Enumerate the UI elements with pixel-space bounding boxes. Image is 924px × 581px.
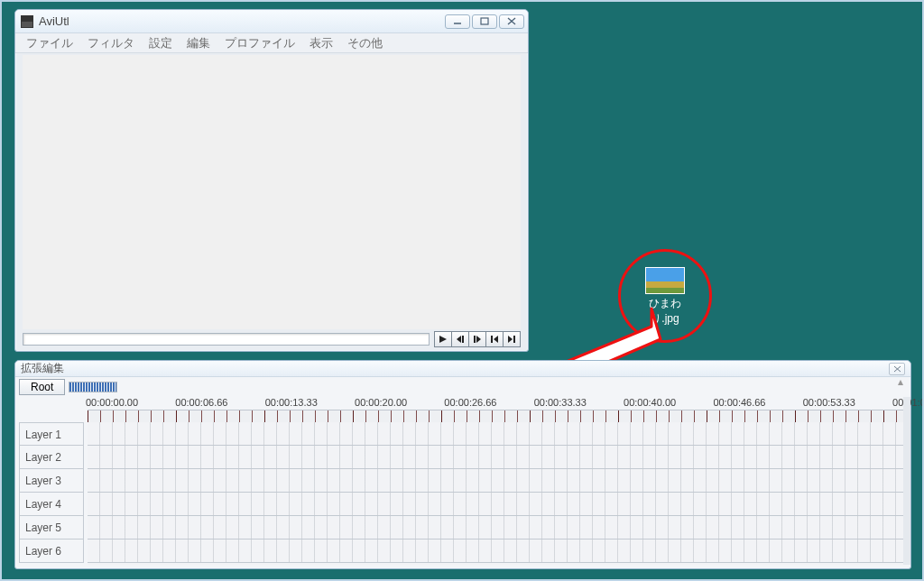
menu-file[interactable]: ファイル <box>19 33 80 53</box>
menu-filter[interactable]: フィルタ <box>80 33 142 53</box>
seek-slider[interactable] <box>23 333 430 346</box>
time-mark: 00:00:20.00 <box>355 397 407 408</box>
step-back-button[interactable] <box>451 331 469 347</box>
preview-canvas <box>23 55 521 329</box>
svg-rect-6 <box>462 336 464 343</box>
go-start-button[interactable] <box>485 331 504 347</box>
layer-label[interactable]: Layer 4 <box>19 493 84 516</box>
timeline-titlebar[interactable]: 拡張編集 <box>15 361 910 377</box>
svg-marker-8 <box>476 336 481 343</box>
zoom-slider[interactable] <box>69 382 117 392</box>
menu-view[interactable]: 表示 <box>302 33 340 53</box>
app-title: AviUtl <box>39 14 445 28</box>
track-row[interactable] <box>88 422 903 446</box>
svg-marker-4 <box>439 336 447 343</box>
svg-marker-10 <box>494 336 498 343</box>
layer-label[interactable]: Layer 3 <box>19 469 84 493</box>
file-thumbnail <box>645 267 685 294</box>
file-name: ひまわり.jpg <box>638 296 692 327</box>
track-row[interactable] <box>88 540 903 563</box>
timeline-vertical-scrollbar[interactable] <box>903 397 910 565</box>
play-button[interactable] <box>434 331 452 347</box>
minimize-button[interactable] <box>445 14 470 29</box>
svg-rect-9 <box>491 336 493 343</box>
layer-label[interactable]: Layer 2 <box>19 446 84 469</box>
aviutl-main-window: AviUtl ファイル フィルタ 設定 編集 プロファイル 表示 その他 <box>14 9 529 352</box>
svg-rect-7 <box>474 336 476 343</box>
time-mark: 00:00:33.33 <box>534 397 587 408</box>
track-row[interactable] <box>88 493 903 516</box>
track-area[interactable] <box>88 422 903 565</box>
menu-profile[interactable]: プロファイル <box>217 33 302 53</box>
ruler-scroll-up-icon[interactable]: ▴ <box>898 375 903 388</box>
svg-rect-12 <box>513 336 515 343</box>
main-titlebar[interactable]: AviUtl <box>15 10 528 33</box>
transport-bar <box>23 331 521 347</box>
svg-marker-11 <box>508 336 513 343</box>
menu-settings[interactable]: 設定 <box>142 33 180 53</box>
layer-label[interactable]: Layer 6 <box>19 540 84 563</box>
timeline-toolbar: Root <box>15 377 910 397</box>
svg-rect-1 <box>481 18 488 24</box>
maximize-button[interactable] <box>472 14 497 29</box>
layer-label-column: Layer 1Layer 2Layer 3Layer 4Layer 5Layer… <box>19 422 84 565</box>
menu-other[interactable]: その他 <box>340 33 390 53</box>
timeline-window: 拡張編集 Root ▴ 00:00:00.0000:00:06.6600:00:… <box>14 360 911 569</box>
root-button[interactable]: Root <box>19 379 65 395</box>
layer-label[interactable]: Layer 5 <box>19 516 84 540</box>
go-end-button[interactable] <box>503 331 521 347</box>
time-mark: 00:00:06.66 <box>175 397 227 408</box>
close-button[interactable] <box>499 14 524 29</box>
layer-label[interactable]: Layer 1 <box>19 422 84 446</box>
time-ruler[interactable]: ▴ 00:00:00.0000:00:06.6600:00:13.3300:00… <box>88 397 903 422</box>
time-mark: 00:00:13.33 <box>265 397 318 408</box>
time-mark: 00:00:46.66 <box>713 397 765 408</box>
track-row[interactable] <box>88 516 903 540</box>
time-mark: 00:00:00.00 <box>86 397 138 408</box>
app-icon <box>21 15 33 28</box>
menu-edit[interactable]: 編集 <box>180 33 217 53</box>
step-fwd-button[interactable] <box>468 331 486 347</box>
track-row[interactable] <box>88 469 903 493</box>
timeline-title: 拡張編集 <box>21 361 64 376</box>
svg-marker-5 <box>457 336 461 343</box>
time-mark: 00:00:53.33 <box>803 397 855 408</box>
main-menubar: ファイル フィルタ 設定 編集 プロファイル 表示 その他 <box>15 33 528 53</box>
track-row[interactable] <box>88 446 903 469</box>
desktop-file[interactable]: ひまわり.jpg <box>638 267 692 327</box>
time-mark: 00:00:40.00 <box>624 397 676 408</box>
timeline-close-button[interactable] <box>889 363 905 375</box>
time-mark: 00:00:26.66 <box>444 397 496 408</box>
